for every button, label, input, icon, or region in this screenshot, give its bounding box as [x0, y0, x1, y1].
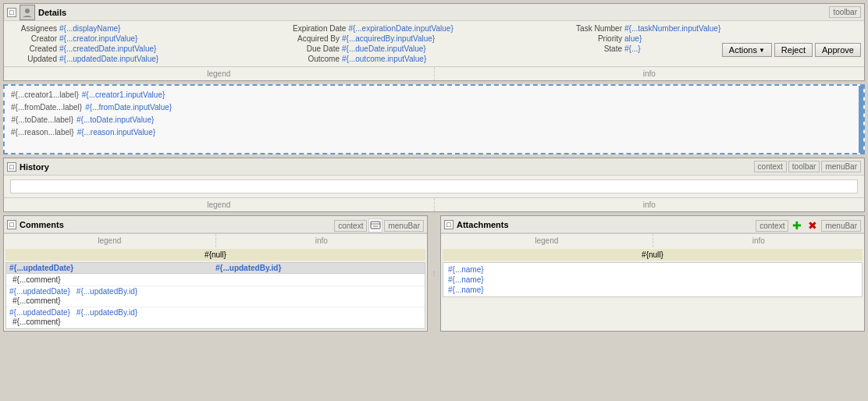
attachments-subheader: legend info [441, 233, 864, 247]
detail-row: Creator #{...creator.inputValue} [10, 34, 293, 43]
attachments-context-label: context [756, 220, 788, 232]
attachments-toolbar-area: context ✚ ✖ menuBar [756, 218, 861, 232]
history-title: History [20, 162, 49, 172]
updated-value: #{...updatedDate.inputValue} [59, 55, 158, 63]
history-header: □ History context toolbar menuBar [4, 158, 864, 176]
creator-label: Creator [10, 34, 57, 43]
todate-label: #{...toDate...label} [11, 114, 73, 126]
outcome-label: Outcome [293, 55, 340, 63]
list-item: #{...name} [445, 285, 860, 295]
main-container: □ Details toolbar Assignees #{...display… [0, 0, 868, 333]
comment-text-3: #{...comment} [9, 317, 422, 327]
detail-row: Expiration Date #{...expirationDate.inpu… [293, 24, 575, 33]
details-header: □ Details toolbar [4, 4, 864, 21]
assignees-label: Assignees [10, 24, 57, 33]
history-title-left: □ History [7, 162, 861, 172]
creator-value: #{...creator.inputValue} [59, 34, 137, 43]
detail-row: Priority alue} [575, 34, 858, 43]
creator1-label: #{...creator1...label} [11, 89, 79, 101]
comments-table: #{...updatedDate} #{...updatedBy.id} #{.… [5, 262, 425, 329]
actions-area: Actions Reject Approve [722, 43, 861, 57]
outcome-value: #{...outcome.inputValue} [342, 55, 426, 63]
tasknumber-label: Task Number [575, 24, 622, 33]
comments-panel: □ Comments context menuBar l [3, 215, 428, 332]
comments-legend: legend [4, 234, 216, 247]
history-footer-info: info [435, 198, 865, 211]
created-label: Created [10, 44, 57, 53]
table-row: #{...updatedDate} #{...updatedBy.id} #{.… [6, 307, 425, 328]
reason-value: #{...reason.inputValue} [77, 126, 155, 139]
table-row: #{...updatedDate} #{...updatedBy.id} #{.… [6, 286, 425, 307]
svg-rect-1 [371, 222, 380, 229]
comments-title: Comments [20, 220, 64, 229]
attachments-legend: legend [441, 234, 653, 247]
reason-label: #{...reason...label} [11, 126, 74, 139]
comments-null-row: #{null} [5, 249, 425, 261]
duedate-label: Due Date [293, 44, 340, 53]
comments-context-label: context [334, 220, 367, 232]
comments-collapse-btn[interactable]: □ [7, 220, 16, 229]
split-handle[interactable]: ⋮ [431, 215, 437, 332]
creator1-value: #{...creator1.inputValue} [82, 89, 165, 101]
acquired-label: Acquired By [293, 34, 340, 43]
attachments-panel: □ Attachments context ✚ ✖ menuBar legend… [440, 215, 865, 332]
detail-row: Updated #{...updatedDate.inputValue} [10, 55, 293, 63]
middle-row-2: #{...fromDate...label} #{...fromDate.inp… [11, 101, 857, 114]
priority-value: alue} [624, 34, 642, 43]
reject-button[interactable]: Reject [774, 43, 813, 57]
detail-col-1: Assignees #{...displayName} Creator #{..… [10, 24, 293, 63]
duedate-value: #{...dueDate.inputValue} [342, 44, 426, 53]
history-row [10, 179, 858, 193]
details-title: Details [38, 8, 66, 17]
history-collapse-btn[interactable]: □ [7, 162, 16, 172]
svg-point-0 [25, 9, 30, 13]
avatar-icon [20, 5, 35, 20]
comments-subheader: legend info [4, 233, 427, 247]
attachments-collapse-btn[interactable]: □ [444, 220, 454, 229]
comments-col-date: #{...updatedDate} [9, 264, 215, 272]
details-collapse-btn[interactable]: □ [7, 8, 16, 17]
history-footer: legend info [4, 197, 864, 211]
comments-icon-btn[interactable] [368, 218, 382, 232]
history-menubar-label: menuBar [821, 161, 861, 172]
comments-date-2: #{...updatedDate} [9, 287, 70, 296]
history-context-label: context [754, 161, 787, 172]
detail-row: Outcome #{...outcome.inputValue} [293, 55, 575, 63]
tasknumber-value: #{...taskNumber.inputValue} [624, 24, 720, 33]
created-value: #{...createdDate.inputValue} [59, 44, 156, 53]
priority-label: Priority [575, 34, 622, 43]
add-attachment-icon[interactable]: ✚ [790, 218, 804, 232]
detail-row: Due Date #{...dueDate.inputValue} [293, 44, 575, 53]
comments-table-header: #{...updatedDate} #{...updatedBy.id} [6, 263, 425, 274]
history-toolbar-labels: context toolbar menuBar [754, 161, 861, 172]
details-header-left: □ Details [7, 5, 861, 20]
detail-row: Created #{...createdDate.inputValue} [10, 44, 293, 53]
comments-content: #{null} #{...updatedDate} #{...updatedBy… [4, 247, 427, 331]
history-toolbar-label: toolbar [788, 161, 820, 172]
remove-attachment-icon[interactable]: ✖ [806, 218, 820, 232]
actions-button[interactable]: Actions [722, 43, 772, 57]
detail-row: Task Number #{...taskNumber.inputValue} [575, 24, 858, 33]
details-panel: □ Details toolbar Assignees #{...display… [3, 3, 865, 81]
comments-info: info [216, 234, 428, 247]
updated-label: Updated [10, 55, 57, 63]
comments-toolbar-area: context menuBar [334, 218, 424, 232]
table-row: #{...comment} [6, 274, 425, 286]
comments-by-2: #{...updatedBy.id} [76, 287, 137, 296]
attachments-content: #{null} #{...name} #{...name} #{...name} [441, 247, 864, 299]
history-panel: □ History context toolbar menuBar legend… [3, 158, 865, 212]
details-toolbar-label: toolbar [829, 6, 861, 18]
history-content [4, 176, 864, 197]
bottom-panels: □ Comments context menuBar l [3, 215, 865, 332]
comment-text-1: #{...comment} [9, 275, 422, 285]
attachments-null-row: #{null} [443, 249, 863, 261]
approve-button[interactable]: Approve [815, 43, 861, 57]
details-footer: legend info [4, 66, 864, 80]
fromdate-value: #{...fromDate.inputValue} [85, 101, 172, 114]
history-footer-legend: legend [4, 198, 435, 211]
middle-row-4: #{...reason...label} #{...reason.inputVa… [11, 126, 857, 139]
list-item: #{...name} [445, 275, 860, 285]
detail-row: Acquired By #{...acquiredBy.inputValue} [293, 34, 575, 43]
middle-row-1: #{...creator1...label} #{...creator1.inp… [11, 89, 857, 101]
assignees-value: #{...displayName} [59, 24, 120, 33]
